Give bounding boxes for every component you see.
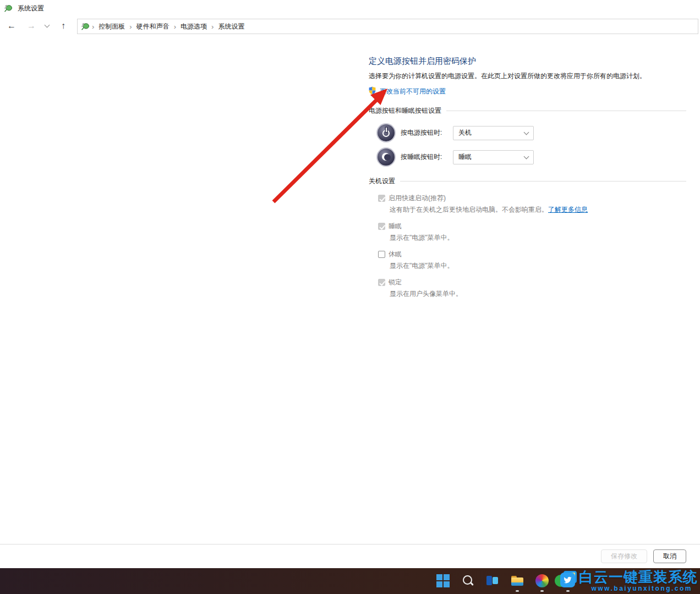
page-title: 定义电源按钮并启用密码保护 — [369, 56, 686, 67]
file-explorer-icon[interactable] — [511, 574, 524, 587]
sleep-button-setting-row: 按睡眠按钮时: 睡眠 — [378, 148, 686, 166]
breadcrumb-power-options[interactable]: 电源选项 — [177, 22, 210, 31]
change-unavailable-settings-link[interactable]: 更改当前不可用的设置 — [380, 87, 446, 96]
taskbar — [0, 568, 700, 594]
power-button-setting-row: 按电源按钮时: 关机 — [378, 124, 686, 141]
fast-startup-checkbox[interactable] — [378, 195, 385, 202]
chevron-down-icon — [524, 153, 529, 159]
hibernate-desc: 显示在"电源"菜单中。 — [390, 261, 686, 270]
title-bar: 系统设置 — [0, 0, 700, 16]
sleep-item: 睡眠 显示在"电源"菜单中。 — [378, 222, 686, 242]
sleep-button-action-select[interactable]: 睡眠 — [453, 150, 534, 164]
section-title: 电源按钮和睡眠按钮设置 — [369, 106, 441, 116]
up-button[interactable]: ↑ — [56, 19, 70, 33]
back-button[interactable]: ← — [4, 19, 19, 33]
breadcrumb-separator: › — [91, 23, 95, 31]
running-indicator — [566, 590, 570, 592]
cancel-button[interactable]: 取消 — [653, 549, 686, 563]
lock-item: 锁定 显示在用户头像菜单中。 — [378, 278, 686, 298]
section-divider — [446, 111, 686, 111]
save-changes-button[interactable]: 保存修改 — [601, 549, 647, 563]
chevron-down-icon — [524, 129, 529, 135]
power-plug-icon — [81, 22, 90, 31]
breadcrumb-system-settings[interactable]: 系统设置 — [215, 22, 248, 31]
learn-more-link[interactable]: 了解更多信息 — [548, 206, 588, 213]
task-view-icon[interactable] — [486, 574, 499, 587]
forward-button[interactable]: → — [24, 19, 39, 33]
hibernate-item: 休眠 显示在"电源"菜单中。 — [378, 250, 686, 270]
sleep-desc: 显示在"电源"菜单中。 — [390, 233, 686, 242]
section-title: 关机设置 — [369, 177, 395, 186]
system-settings-window: 系统设置 ← → ↑ › 控制面板 › 硬件和声音 › 电源选项 › 系统设置 — [0, 0, 700, 594]
history-dropdown-button[interactable] — [42, 19, 52, 33]
twitter-icon[interactable] — [560, 573, 575, 587]
window-title: 系统设置 — [18, 4, 44, 13]
power-plug-icon — [4, 4, 13, 13]
lock-desc: 显示在用户头像菜单中。 — [390, 289, 686, 298]
running-indicator — [540, 590, 544, 592]
footer-bar: 保存修改 取消 — [0, 544, 700, 568]
chevron-down-icon — [44, 22, 50, 28]
shutdown-settings-section-header: 关机设置 — [369, 177, 686, 186]
page-subtitle: 选择要为你的计算机设置的电源设置。在此页上对设置所做的更改将应用于你所有的电源计… — [369, 72, 686, 80]
power-button-icon — [378, 124, 395, 141]
power-button-label: 按电源按钮时: — [401, 128, 453, 138]
browser-icon[interactable] — [535, 574, 549, 587]
address-bar[interactable]: › 控制面板 › 硬件和声音 › 电源选项 › 系统设置 — [77, 19, 698, 34]
breadcrumb-hardware-sound[interactable]: 硬件和声音 — [133, 22, 173, 31]
power-button-action-select[interactable]: 关机 — [453, 126, 534, 140]
hibernate-checkbox[interactable] — [378, 251, 385, 258]
breadcrumb-separator: › — [173, 23, 177, 31]
sleep-button-label: 按睡眠按钮时: — [401, 152, 453, 162]
sleep-checkbox[interactable] — [378, 223, 385, 230]
power-buttons-section-header: 电源按钮和睡眠按钮设置 — [369, 106, 686, 116]
main-content: 定义电源按钮并启用密码保护 选择要为你的计算机设置的电源设置。在此页上对设置所做… — [369, 35, 686, 298]
sleep-button-icon — [378, 148, 395, 166]
fast-startup-desc: 这有助于在关机之后更快地启动电脑。不会影响重启。 — [390, 206, 548, 213]
breadcrumb-separator: › — [128, 23, 133, 31]
lock-checkbox[interactable] — [378, 279, 385, 286]
fast-startup-item: 启用快速启动(推荐) 这有助于在关机之后更快地启动电脑。不会影响重启。了解更多信… — [378, 194, 686, 214]
breadcrumb-separator: › — [210, 23, 215, 31]
running-indicator — [516, 590, 519, 592]
section-divider — [400, 181, 686, 182]
breadcrumb-control-panel[interactable]: 控制面板 — [95, 22, 128, 31]
navigation-bar: ← → ↑ › 控制面板 › 硬件和声音 › 电源选项 › 系统设置 — [0, 16, 700, 36]
start-button-icon[interactable] — [436, 574, 450, 587]
uac-shield-icon — [369, 86, 376, 97]
search-icon[interactable] — [461, 574, 474, 587]
